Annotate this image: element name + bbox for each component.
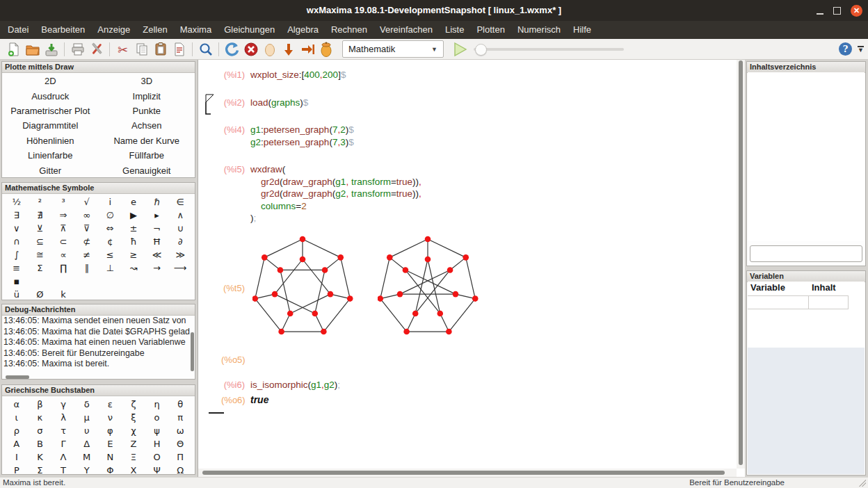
symbol-button[interactable]: ∃ xyxy=(5,209,29,222)
restart-maxima-icon[interactable] xyxy=(223,40,241,58)
greek-letter-button[interactable]: λ xyxy=(51,411,75,424)
greek-letter-button[interactable]: ε xyxy=(99,398,122,411)
cut-icon[interactable]: ✂ xyxy=(113,40,132,58)
greek-letter-button[interactable]: Ν xyxy=(99,450,122,464)
worksheet-hscrollbar[interactable] xyxy=(198,469,737,477)
menu-rechnen[interactable]: Rechnen xyxy=(325,21,373,39)
debug-vscrollbar[interactable] xyxy=(191,332,194,371)
greek-letter-button[interactable]: υ xyxy=(75,424,99,437)
draw-button-parametrischer-plot[interactable]: Parametrischer Plot xyxy=(2,104,99,118)
greek-letter-button[interactable]: ι xyxy=(5,411,29,424)
greek-letter-button[interactable]: ρ xyxy=(5,424,29,437)
cell-code-i5[interactable]: wxdraw( gr2d(draw_graph(g1, transform=tr… xyxy=(250,163,421,225)
print-icon[interactable] xyxy=(68,40,87,58)
greek-letter-button[interactable]: Δ xyxy=(75,437,99,450)
greek-letter-button[interactable]: μ xyxy=(75,411,99,424)
symbol-button[interactable]: Σ xyxy=(29,261,52,275)
symbol-button[interactable]: Ħ xyxy=(145,235,169,248)
paste-icon[interactable] xyxy=(151,40,170,58)
greek-letter-button[interactable]: ψ xyxy=(145,424,169,437)
symbol-button[interactable]: ∨ xyxy=(5,222,29,235)
symbol-button[interactable]: √ xyxy=(75,195,99,209)
symbol-button[interactable]: e xyxy=(122,195,145,209)
draw-button-füllfarbe[interactable]: Füllfarbe xyxy=(99,148,195,163)
open-file-icon[interactable] xyxy=(23,40,42,58)
worksheet-cursor[interactable] xyxy=(209,412,224,414)
symbol-button[interactable]: ½ xyxy=(5,195,29,209)
variables-cell[interactable] xyxy=(809,295,849,309)
greek-letter-button[interactable]: θ xyxy=(168,398,192,411)
greek-letter-button[interactable]: β xyxy=(29,398,52,411)
greek-letter-button[interactable]: τ xyxy=(51,424,75,437)
greek-letter-button[interactable]: κ xyxy=(29,411,52,424)
draw-button-diagrammtitel[interactable]: Diagrammtitel xyxy=(2,118,99,133)
symbol-button[interactable]: ⊄ xyxy=(75,235,99,248)
symbol-button[interactable]: ▶ xyxy=(122,209,145,222)
symbol-button[interactable]: ≡ xyxy=(5,261,29,275)
menu-plotten[interactable]: Plotten xyxy=(470,21,511,39)
greek-letter-button[interactable]: α xyxy=(5,398,29,411)
greek-letter-button[interactable]: Ω xyxy=(168,464,192,477)
help-icon[interactable]: ? xyxy=(839,42,852,56)
copy-icon[interactable] xyxy=(132,40,151,58)
menu-hilfe[interactable]: Hilfe xyxy=(567,21,597,39)
minimize-button[interactable] xyxy=(817,6,823,15)
symbol-button[interactable]: ≪ xyxy=(145,248,169,261)
greek-letter-button[interactable]: Ψ xyxy=(145,464,169,477)
menu-bearbeiten[interactable]: Bearbeiten xyxy=(35,21,91,39)
greek-letter-button[interactable]: Μ xyxy=(75,450,99,464)
symbol-button[interactable]: ≥ xyxy=(122,248,145,261)
symbol-button[interactable]: ∩ xyxy=(5,235,29,248)
debug-hscrollbar[interactable] xyxy=(6,375,29,379)
toc-filter-input[interactable] xyxy=(750,245,862,262)
greek-letter-button[interactable]: χ xyxy=(122,424,145,437)
menu-vereinfachen[interactable]: Vereinfachen xyxy=(373,21,439,39)
select-text-icon[interactable] xyxy=(170,40,188,58)
interrupt-icon[interactable] xyxy=(241,40,260,58)
toc-list[interactable] xyxy=(748,72,865,241)
draw-button-name-der-kurve[interactable]: Name der Kurve xyxy=(99,133,195,148)
symbol-button[interactable]: ⊼ xyxy=(51,222,75,235)
symbol-button[interactable]: i xyxy=(99,195,122,209)
symbol-button[interactable]: ⊆ xyxy=(29,235,52,248)
symbol-button[interactable]: ∥ xyxy=(75,261,99,275)
greek-letter-button[interactable]: Ο xyxy=(145,450,169,464)
draw-button-punkte[interactable]: Punkte xyxy=(99,104,195,118)
greek-letter-button[interactable]: Ρ xyxy=(5,464,29,477)
symbol-button[interactable]: ▪ xyxy=(5,275,29,288)
symbol-button[interactable]: ≠ xyxy=(75,248,99,261)
greek-letter-button[interactable]: Κ xyxy=(29,450,52,464)
greek-letter-button[interactable]: Υ xyxy=(75,464,99,477)
symbol-button[interactable]: ² xyxy=(29,195,52,209)
greek-letter-button[interactable]: Σ xyxy=(29,464,52,477)
close-button[interactable]: ✕ xyxy=(851,5,862,17)
symbol-button[interactable]: ³ xyxy=(51,195,75,209)
menu-numerisch[interactable]: Numerisch xyxy=(511,21,567,39)
greek-letter-button[interactable]: Α xyxy=(5,437,29,450)
maximize-button[interactable] xyxy=(833,7,841,15)
new-document-icon[interactable] xyxy=(4,40,23,58)
menu-algebra[interactable]: Algebra xyxy=(281,21,325,39)
symbol-button[interactable]: ℏ xyxy=(145,195,169,209)
symbol-button[interactable]: ∪ xyxy=(168,222,192,235)
symbol-button[interactable]: ≅ xyxy=(29,248,52,261)
greek-letter-button[interactable]: Φ xyxy=(99,464,122,477)
symbol-button[interactable]: ∂ xyxy=(168,235,192,248)
resize-grip[interactable] xyxy=(859,480,866,487)
greek-letter-button[interactable]: γ xyxy=(51,398,75,411)
cell-code-i2[interactable]: load(graphs)$ xyxy=(250,97,308,109)
symbol-button[interactable]: ⊻ xyxy=(29,222,52,235)
symbol-button[interactable]: ∈ xyxy=(168,195,192,209)
draw-button-genauigkeit[interactable]: Genauigkeit xyxy=(99,163,195,178)
greek-letter-button[interactable]: Τ xyxy=(51,464,75,477)
symbol-button[interactable]: ∧ xyxy=(168,209,192,222)
symbol-button[interactable]: ¬ xyxy=(145,222,169,235)
greek-letter-button[interactable]: Π xyxy=(168,450,192,464)
greek-letter-button[interactable]: π xyxy=(168,411,192,424)
draw-button-achsen[interactable]: Achsen xyxy=(99,118,195,133)
menu-zellen[interactable]: Zellen xyxy=(136,21,173,39)
symbol-button[interactable]: ⇒ xyxy=(51,209,75,222)
symbol-button[interactable]: ∏ xyxy=(51,261,75,275)
symbol-button[interactable]: ⊥ xyxy=(99,261,122,275)
greek-letter-button[interactable]: η xyxy=(145,398,169,411)
